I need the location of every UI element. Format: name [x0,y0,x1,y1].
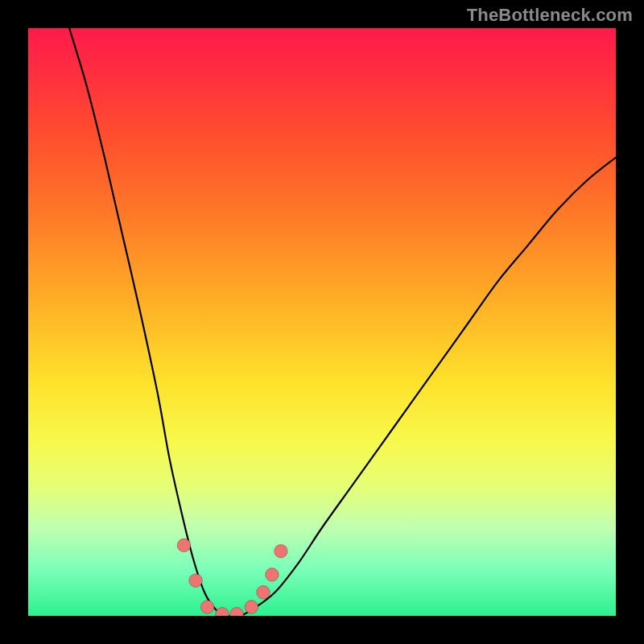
curve-marker [266,568,279,582]
curve-marker [275,544,288,558]
curve-marker [200,601,214,614]
bottleneck-curve-svg [28,28,616,616]
curve-marker [177,539,191,552]
curve-marker [189,574,203,588]
curve-markers [177,539,287,616]
watermark-text: TheBottleneck.com [467,5,633,26]
curve-marker [216,608,229,616]
chart-frame: TheBottleneck.com [0,0,644,644]
curve-marker [230,608,244,616]
curve-marker [257,586,270,600]
bottleneck-curve [69,28,616,616]
chart-plot-area [28,28,616,616]
curve-marker [245,601,258,614]
